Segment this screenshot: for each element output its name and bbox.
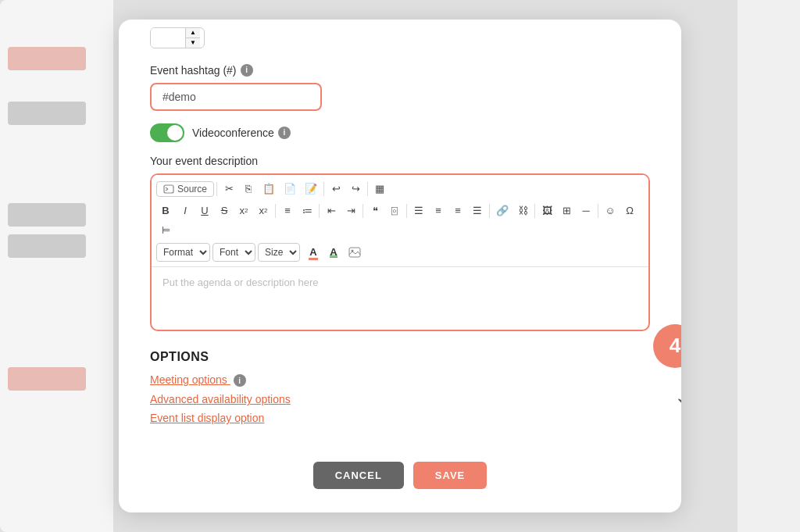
outdent-btn[interactable]: ⇤ <box>322 202 341 220</box>
undo-btn[interactable]: ↩ <box>327 180 345 198</box>
link-btn[interactable]: 🔗 <box>492 202 512 220</box>
meeting-options-info-icon[interactable]: i <box>234 374 246 387</box>
format-select[interactable]: Format <box>156 243 210 262</box>
bg-right <box>738 0 800 532</box>
videoconf-info-icon[interactable]: i <box>278 127 291 139</box>
sep-6 <box>362 204 363 218</box>
emoji-btn[interactable]: ☺ <box>601 202 620 220</box>
show-blocks-btn[interactable]: ▦ <box>370 180 389 198</box>
unordered-list-btn[interactable]: ≔ <box>298 202 316 220</box>
hashtag-label: Event hashtag (#) i <box>150 64 650 77</box>
insert-image-icon <box>348 247 361 258</box>
sep-4 <box>275 204 276 218</box>
editor-toolbar: Source ✂ ⎘ 📋 📄 📝 ↩ ↪ ▦ <box>152 175 648 267</box>
insert-image-toolbar-btn[interactable] <box>345 243 365 262</box>
align-right-btn[interactable]: ≡ <box>448 202 467 220</box>
underline-btn[interactable]: U <box>195 202 214 220</box>
paste-text-btn[interactable]: 📄 <box>280 180 300 198</box>
size-select[interactable]: Size <box>258 243 300 262</box>
font-color-a: A <box>309 246 316 258</box>
bg-sidebar-item-5 <box>8 367 86 391</box>
options-section: OPTIONS Meeting options i Advanced avail… <box>150 350 650 425</box>
arrow-indicator: ↓ <box>673 371 681 410</box>
bg-color-a: A <box>330 246 337 258</box>
bg-sidebar-item-4 <box>8 234 86 258</box>
meeting-options-link[interactable]: Meeting options i <box>150 373 650 387</box>
font-color-btn[interactable]: A <box>304 243 323 262</box>
source-icon <box>163 184 174 194</box>
div-btn[interactable]: ⌻ <box>385 202 404 220</box>
superscript-btn[interactable]: x2 <box>254 202 273 220</box>
sep-3 <box>367 182 368 196</box>
align-center-btn[interactable]: ≡ <box>429 202 448 220</box>
align-justify-btn[interactable]: ☰ <box>468 202 487 220</box>
bg-sidebar-item-3 <box>8 203 86 227</box>
hashtag-input[interactable] <box>150 83 322 111</box>
hr-btn[interactable]: ─ <box>577 202 595 220</box>
modal-card: 30 ▲ ▼ Event hashtag (#) i Vid <box>119 20 681 513</box>
editor-placeholder: Put the agenda or description here <box>162 277 318 288</box>
image-btn[interactable]: 🖼 <box>538 202 556 220</box>
special-char-btn[interactable]: Ω <box>620 202 639 220</box>
toolbar-row-3: Format Font Size A <box>156 241 644 263</box>
sep-9 <box>534 204 535 218</box>
cut-btn[interactable]: ✂ <box>220 180 238 198</box>
bg-sidebar-item-2 <box>8 102 86 125</box>
toggle-knob <box>167 125 183 141</box>
save-button[interactable]: SAVE <box>413 462 487 489</box>
spinner-buttons: ▲ ▼ <box>185 28 200 48</box>
bg-color-btn[interactable]: A <box>324 243 343 262</box>
svg-line-2 <box>166 189 168 191</box>
sep-5 <box>319 204 320 218</box>
toolbar-row-2: B I U S x2 x2 ≡ ≔ ⇤ ⇥ ❝ ⌻ <box>156 200 644 241</box>
spinner-down-btn[interactable]: ▼ <box>186 38 200 48</box>
modal-content: 30 ▲ ▼ Event hashtag (#) i Vid <box>119 20 681 447</box>
svg-rect-0 <box>164 185 173 193</box>
ordered-list-btn[interactable]: ≡ <box>278 202 297 220</box>
italic-btn[interactable]: I <box>176 202 195 220</box>
hashtag-info-icon[interactable]: i <box>241 64 253 77</box>
spinner-row: 30 ▲ ▼ <box>150 27 650 48</box>
source-btn[interactable]: Source <box>156 181 214 197</box>
page-wrapper: 30 ▲ ▼ Event hashtag (#) i Vid <box>0 0 800 532</box>
sep-7 <box>406 204 407 218</box>
sep-1 <box>216 182 217 196</box>
toolbar-row-1: Source ✂ ⎘ 📋 📄 📝 ↩ ↪ ▦ <box>156 178 644 200</box>
bg-sidebar <box>0 0 113 532</box>
sep-2 <box>323 182 324 196</box>
modal-footer: CANCEL SAVE <box>119 446 681 489</box>
options-title: OPTIONS <box>150 350 650 364</box>
spinner-up-btn[interactable]: ▲ <box>186 28 200 38</box>
indent-btn[interactable]: ⇥ <box>341 202 360 220</box>
advanced-availability-link[interactable]: Advanced availability options <box>150 393 650 405</box>
editor-container: Source ✂ ⎘ 📋 📄 📝 ↩ ↪ ▦ <box>150 173 650 331</box>
sep-8 <box>489 204 490 218</box>
font-select[interactable]: Font <box>212 243 255 262</box>
spinner-input[interactable]: 30 <box>151 28 185 47</box>
unlink-btn[interactable]: ⛓ <box>513 202 532 220</box>
table-btn[interactable]: ⊞ <box>557 202 576 220</box>
strikethrough-btn[interactable]: S <box>215 202 234 220</box>
blockquote-btn[interactable]: ❝ <box>366 202 384 220</box>
subscript-btn[interactable]: x2 <box>234 202 253 220</box>
paste-word-btn[interactable]: 📝 <box>301 180 321 198</box>
bg-sidebar-item-1 <box>8 47 86 70</box>
sep-10 <box>598 204 598 218</box>
align-left-btn[interactable]: ☰ <box>409 202 428 220</box>
number-spinner[interactable]: 30 ▲ ▼ <box>150 27 205 48</box>
event-list-display-link[interactable]: Event list display option <box>150 412 650 424</box>
editor-body[interactable]: Put the agenda or description here <box>152 267 648 330</box>
redo-btn[interactable]: ↪ <box>346 180 365 198</box>
indent-block-btn[interactable]: ⊨ <box>156 221 175 240</box>
bold-btn[interactable]: B <box>156 202 175 220</box>
cancel-button[interactable]: CANCEL <box>313 462 404 489</box>
font-color-bar <box>309 258 318 260</box>
videoconf-toggle[interactable] <box>150 123 184 142</box>
paste-btn[interactable]: 📋 <box>259 180 279 198</box>
videoconf-row: Videoconference i <box>150 123 650 142</box>
videoconf-label: Videoconference i <box>192 127 291 139</box>
desc-label: Your event description <box>150 155 650 167</box>
copy-btn[interactable]: ⎘ <box>239 180 258 198</box>
